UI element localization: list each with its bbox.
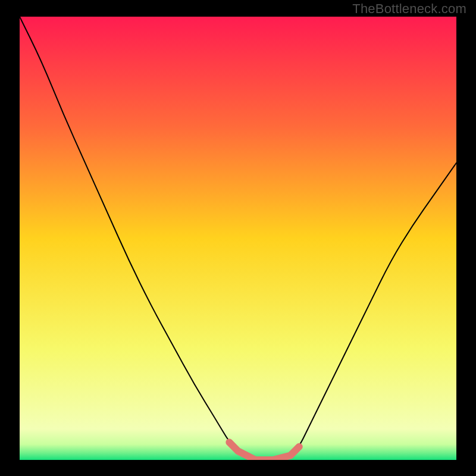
watermark-text: TheBottleneck.com [352, 1, 466, 17]
plot-area [20, 17, 456, 460]
chart-frame: TheBottleneck.com [0, 0, 476, 476]
chart-svg [20, 17, 456, 460]
gradient-background [20, 17, 456, 460]
